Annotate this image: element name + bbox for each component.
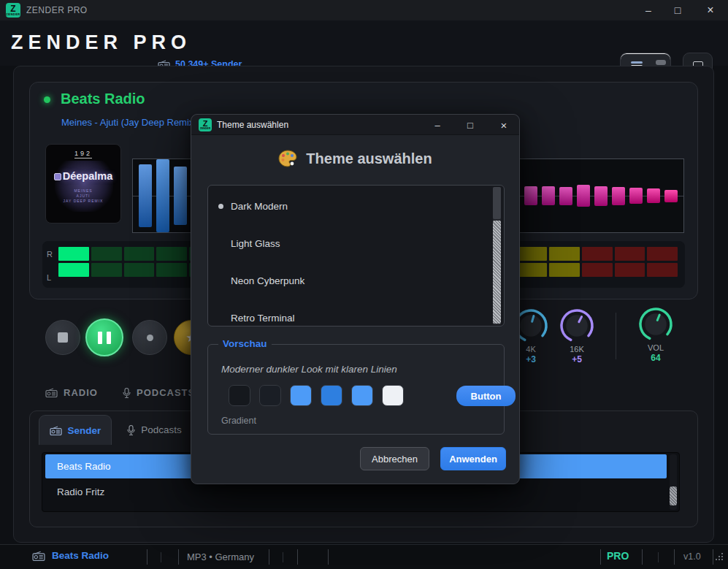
dialog-heading: Theme auswählen [191,150,519,167]
preview-description: Moderner dunkler Look mit klaren Linien [221,364,397,375]
station-name: Beats Radio [57,461,111,472]
statusbar-format: MP3 • Germany [187,551,254,562]
album-title: Déepalma [46,170,120,182]
color-swatch [290,385,312,406]
tab-sender[interactable]: Sender [39,415,112,445]
meter-segment [615,263,645,277]
statusbar-divider [674,549,675,565]
theme-list: Dark Modern Light Glass Neon Cyberpunk R… [207,185,505,326]
meter-segment [124,247,155,261]
meter-segment [91,247,122,261]
dialog-title: Theme auswählen [217,120,288,130]
resize-grip[interactable] [716,559,717,560]
preview-group: Vorschau Moderner dunkler Look mit klare… [207,344,505,435]
tab-radio[interactable]: RADIO [45,387,98,398]
visualizer-bar [559,187,572,205]
visualizer-bar [577,185,590,207]
scrollbar-thumb[interactable] [493,221,501,324]
brand-title: ZENDER PRO [11,31,191,54]
theme-item-retro-terminal[interactable]: Retro Terminal [218,308,481,328]
color-swatch [321,385,342,406]
tab-podcasts[interactable]: PODCASTS [123,387,195,398]
preview-legend: Vorschau [218,338,272,349]
pause-icon [107,332,111,344]
selected-bullet-icon [218,204,223,209]
app-logo-icon: ZZENDER [6,3,20,18]
meter-segment [124,263,155,277]
meter-segment [58,247,89,261]
meter-segment [516,263,547,277]
color-swatch [259,385,281,406]
visualizer-bar [174,167,187,225]
theme-item-dark-modern[interactable]: Dark Modern [218,196,481,216]
tab-radio-label: RADIO [64,387,98,398]
theme-list-scrollbar[interactable] [493,187,501,325]
tab-sender-label: Sender [68,425,101,436]
meter-label-left: L [47,273,51,282]
dialog-maximize-button[interactable]: □ [460,117,480,133]
status-bar: Beats Radio MP3 • Germany PRO v1.0 [0,544,728,569]
preview-button: Button [456,386,516,406]
dialog-close-button[interactable]: × [494,117,514,133]
visualizer-bar [612,187,625,205]
color-swatch [382,385,404,406]
meter-segment [516,247,547,261]
meter-segment [647,247,678,261]
tab-podcasts-label: PODCASTS [137,387,195,398]
meter-label-right: R [47,250,53,259]
minimize-button[interactable]: – [637,2,660,18]
close-button[interactable]: × [699,2,722,18]
stop-icon [58,332,68,343]
station-list-scrollbar[interactable] [670,454,677,510]
visualizer-bar [139,164,152,227]
station-title: Beats Radio [61,91,145,107]
theme-name: Neon Cyberpunk [231,275,304,286]
knob-value: 64 [637,353,674,363]
theme-name: Dark Modern [231,201,288,212]
visualizer-bar [664,190,678,202]
radio-icon [32,551,45,561]
visualizer-bar [594,186,608,206]
record-button[interactable] [132,320,167,355]
theme-dialog: ZZENDER Theme auswählen – □ × Theme ausw… [191,114,520,484]
app-logo-icon: ZZENDER [199,118,212,131]
visualizer-bar [629,188,643,204]
maximize-button[interactable]: □ [666,2,689,18]
stop-button[interactable] [45,320,80,355]
eq-16k-knob[interactable]: 16K +5 [559,308,595,364]
statusbar-divider [269,549,269,565]
cancel-button[interactable]: Abbrechen [360,447,429,470]
visualizer-bar [156,159,169,232]
volume-knob[interactable]: VOL 64 [637,306,674,363]
scrollbar-thumb[interactable] [670,486,677,505]
scrollbar-track-top [493,187,501,219]
tab-podcasts-lower[interactable]: Podcasts [116,415,193,445]
pause-icon [98,332,102,344]
statusbar-divider [297,549,298,565]
play-pause-button[interactable] [85,318,123,356]
tab-podcasts-lower-label: Podcasts [141,424,182,435]
apply-button[interactable]: Anwenden [440,447,506,470]
theme-item-light-glass[interactable]: Light Glass [218,233,481,253]
visualizer-bar [524,186,537,205]
dialog-minimize-button[interactable]: – [427,117,448,133]
statusbar-station-label: Beats Radio [52,550,109,561]
statusbar-divider [147,549,147,565]
app-header: ZENDER PRO 50.349+ Sender [0,20,728,66]
meter-segment [582,247,613,261]
statusbar-divider-faint [161,552,161,562]
knob-label: 16K [559,345,595,354]
microphone-icon [127,425,135,435]
meter-segment [582,263,613,277]
meter-segment [615,247,645,261]
theme-name: Retro Terminal [231,313,295,324]
theme-item-neon-cyberpunk[interactable]: Neon Cyberpunk [218,270,481,291]
statusbar-divider-faint [283,552,283,562]
app-window: ZZENDER ZENDER PRO – □ × ZENDER PRO 50.3… [0,0,728,569]
palette-icon [278,150,297,167]
os-titlebar: ZZENDER ZENDER PRO – □ × [0,0,728,20]
album-credits: MEINES AJUTI JAY DEEP REMIX [46,188,120,204]
statusbar-divider [328,549,329,565]
statusbar-station: Beats Radio [32,550,109,561]
microphone-icon [123,388,131,398]
